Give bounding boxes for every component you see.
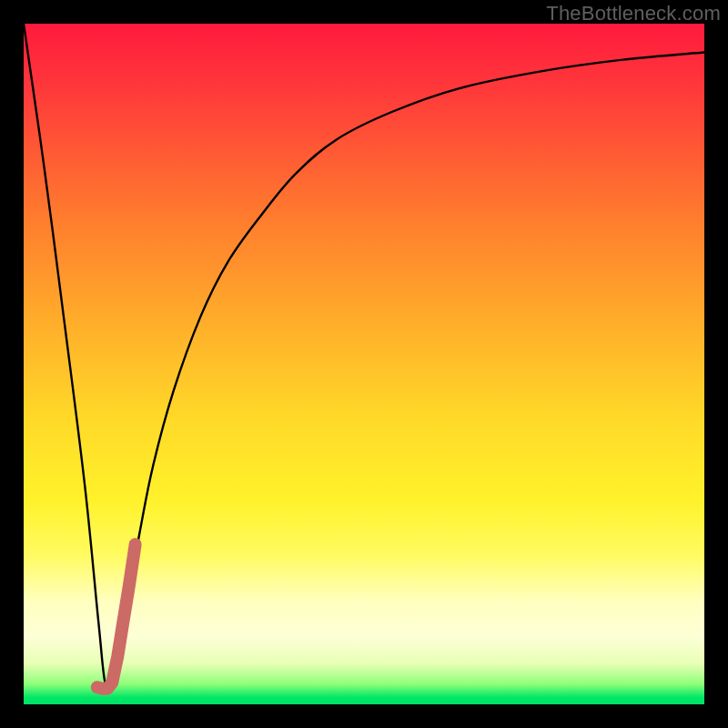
plot-area <box>24 24 704 704</box>
chart-svg <box>24 24 704 704</box>
watermark-text: TheBottleneck.com <box>546 2 721 25</box>
chart-frame: TheBottleneck.com <box>0 0 728 728</box>
